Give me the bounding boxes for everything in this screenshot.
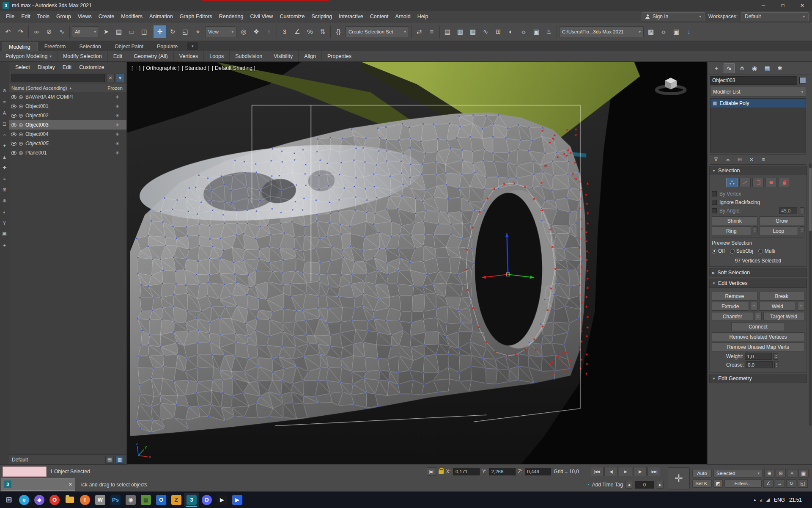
modify-tab[interactable]: ∿ xyxy=(724,63,735,73)
filter-helpers-icon[interactable]: ✚ xyxy=(1,164,8,171)
edge-browser-icon[interactable]: e xyxy=(17,493,31,507)
zoom-extents-icon[interactable]: ⌖ xyxy=(787,469,797,478)
explorer-menu-display[interactable]: Display xyxy=(34,64,58,71)
extrude-button[interactable]: Extrude xyxy=(712,302,749,311)
remove-unused-map-verts-button[interactable]: Remove Unused Map Verts xyxy=(712,342,804,351)
remove-isolated-vertices-button[interactable]: Remove Isolated Vertices xyxy=(712,332,804,341)
orbit-icon[interactable]: ↻ xyxy=(786,479,796,488)
rendered-frame-window-icon[interactable]: ▣ xyxy=(530,25,543,38)
go-to-start-button[interactable]: |◀◀ xyxy=(590,467,604,476)
ribbon-tab-object-paint[interactable]: Object Paint xyxy=(108,42,150,51)
scene-object-row[interactable]: Object001✳ xyxy=(9,102,126,111)
scene-object-row[interactable]: Plane001✳ xyxy=(9,148,126,157)
viewport-renderer-menu[interactable]: [ Standard ] xyxy=(182,65,209,71)
frozen-toggle[interactable]: ✳ xyxy=(110,141,125,146)
layer-manager-button[interactable]: ▤ xyxy=(105,456,114,464)
select-by-name-icon[interactable]: ▤ xyxy=(112,25,125,38)
object-visibility-toggle[interactable] xyxy=(11,95,16,99)
filter-containers-icon[interactable]: ▣ xyxy=(1,230,8,237)
menu-tools[interactable]: Tools xyxy=(34,11,53,22)
maximize-viewport-icon[interactable]: ◱ xyxy=(798,479,808,488)
connect-button[interactable]: Connect xyxy=(731,322,785,331)
z-coordinate-field[interactable] xyxy=(525,468,551,475)
material-editor-icon[interactable]: ◐ xyxy=(505,25,517,38)
customize-settings-icon[interactable]: ☼ xyxy=(657,25,670,38)
filter-materials-icon[interactable]: ◐ xyxy=(1,208,8,215)
pan-icon[interactable]: ↔ xyxy=(775,479,785,488)
active-layer-label[interactable]: Default xyxy=(12,457,104,463)
shrink-button[interactable]: Shrink xyxy=(712,216,757,225)
viewport-pov-menu[interactable]: [ Orthographic ] xyxy=(143,65,179,71)
ribbon-tab-populate[interactable]: Populate xyxy=(150,42,184,51)
menu-modifiers[interactable]: Modifiers xyxy=(118,11,146,22)
key-filter-dropdown[interactable]: Selected ▾ xyxy=(713,469,763,478)
zbrush-icon[interactable]: Z xyxy=(169,493,184,507)
next-frame-button[interactable]: |▶ xyxy=(633,467,647,476)
filter-bones-icon[interactable]: Y xyxy=(1,219,8,226)
close-button[interactable]: ✕ xyxy=(793,0,812,11)
ribbon-panel-subdivision[interactable]: Subdivision xyxy=(230,51,268,61)
volume-tray-icon[interactable]: ◢ xyxy=(766,497,769,502)
opera-icon[interactable]: O xyxy=(47,493,62,507)
frame-number-field[interactable] xyxy=(635,481,654,489)
explorer-menu-select[interactable]: Select xyxy=(12,64,33,71)
utilities-tab[interactable]: ✱ xyxy=(774,63,785,73)
ribbon-panel-properties[interactable]: Properties xyxy=(322,51,357,61)
language-indicator[interactable]: ENG xyxy=(774,497,785,503)
scene-explorer-settings-button[interactable]: ▥ xyxy=(115,456,124,464)
object-visibility-toggle[interactable] xyxy=(11,133,16,136)
key-tangents-icon[interactable]: ◩ xyxy=(713,479,723,488)
clock[interactable]: 21:51 xyxy=(789,497,802,503)
scene-object-row[interactable]: Object002✳ xyxy=(9,111,126,120)
add-time-tag[interactable]: Add Time Tag xyxy=(592,482,623,488)
use-pivot-center-icon[interactable]: ◎ xyxy=(237,25,250,38)
menu-create[interactable]: Create xyxy=(95,11,118,22)
play-button[interactable]: ▶ xyxy=(619,467,632,476)
filter-cameras-icon[interactable]: ▲ xyxy=(1,153,8,160)
menu-animation[interactable]: Animation xyxy=(146,11,176,22)
edit-named-selection-sets-icon[interactable]: {} xyxy=(332,25,345,38)
object-name-field[interactable] xyxy=(710,76,797,85)
ribbon-panel-vertices[interactable]: Vertices xyxy=(174,51,204,61)
select-and-scale-icon[interactable]: ◱ xyxy=(179,25,192,38)
y-coordinate-field[interactable] xyxy=(489,468,516,475)
filter-groups-icon[interactable]: ⊞ xyxy=(1,186,8,193)
create-tab[interactable]: + xyxy=(711,63,722,73)
select-and-rotate-icon[interactable]: ↻ xyxy=(166,25,179,38)
grow-button[interactable]: Grow xyxy=(759,216,805,225)
crease-field[interactable]: 0,0 xyxy=(746,361,773,368)
media-app-icon[interactable]: ▶ xyxy=(215,493,229,507)
menu-graph-editors[interactable]: Graph Editors xyxy=(176,11,216,22)
frozen-toggle[interactable]: ✳ xyxy=(110,132,125,137)
scene-object-row[interactable]: Object005✳ xyxy=(9,139,126,148)
loop-spinner[interactable]: ▴▾ xyxy=(800,226,804,233)
vertex-subobject-button[interactable] xyxy=(726,178,738,187)
frame-forward-button[interactable]: ▶ xyxy=(657,481,664,489)
frozen-toggle[interactable]: ✳ xyxy=(110,122,125,128)
menu-rendering[interactable]: Rendering xyxy=(216,11,247,22)
mcg-icon[interactable]: ▩ xyxy=(645,25,657,38)
angle-snap-icon[interactable]: ∠ xyxy=(291,25,304,38)
align-icon[interactable]: ≡ xyxy=(425,25,438,38)
weld-settings-button[interactable]: □ xyxy=(798,302,804,311)
edit-geometry-rollout-header[interactable]: ▼ Edit Geometry xyxy=(709,374,807,383)
command-panel-scrollbar[interactable] xyxy=(809,163,812,426)
field-of-view-icon[interactable]: ∠ xyxy=(763,479,774,488)
explorer-column-headers[interactable]: Name (Sorted Ascending) ▲ Frozen xyxy=(9,84,126,92)
soft-selection-rollout-header[interactable]: ▶ Soft Selection xyxy=(709,268,807,277)
keyboard-shortcut-override-icon[interactable]: ↑ xyxy=(263,25,275,38)
frozen-toggle[interactable]: ✳ xyxy=(110,94,125,100)
3dsmax-icon[interactable]: 3 xyxy=(184,493,199,507)
ribbon-panel-loops[interactable]: Loops xyxy=(204,51,230,61)
scene-object-row[interactable]: Object003✳ xyxy=(9,120,126,130)
lock-explorer-icon[interactable]: ⊘ xyxy=(1,87,8,94)
go-to-end-button[interactable]: ▶▶| xyxy=(647,467,661,476)
ribbon-panel-modify-selection[interactable]: Modify Selection xyxy=(58,51,108,61)
maximize-button[interactable]: □ xyxy=(773,0,793,11)
render-production-icon[interactable]: ♨ xyxy=(543,25,555,38)
by-vertex-checkbox[interactable] xyxy=(712,191,717,196)
filter-geometry-icon[interactable]: ◻ xyxy=(1,120,8,127)
object-visibility-toggle[interactable] xyxy=(11,142,16,146)
hierarchy-tab[interactable]: ⋔ xyxy=(736,63,747,73)
angle-spinner[interactable]: ▴▾ xyxy=(800,207,804,214)
